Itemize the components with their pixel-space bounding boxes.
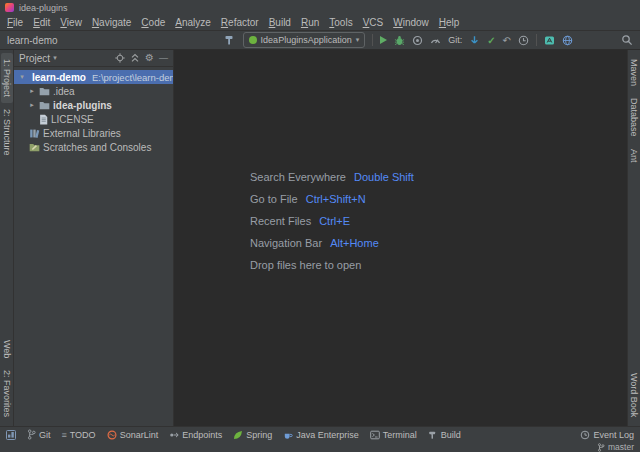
shortcut-label: Navigation Bar xyxy=(250,237,322,249)
run-configuration-select[interactable]: IdeaPluginsApplication ▾ xyxy=(243,32,366,48)
tool-button-build[interactable]: Build xyxy=(428,430,461,440)
title-bar: idea-plugins xyxy=(0,0,640,15)
bottom-tool-stripe: Git ≡ TODO SonarLint Endpoints Spring Ja… xyxy=(0,426,640,442)
toolbar-actions: IdeaPluginsApplication ▾ Git: ✓ ↶ xyxy=(224,32,633,48)
tool-window-switcher-icon[interactable] xyxy=(6,430,16,440)
shortcut-keys: Ctrl+E xyxy=(319,215,350,227)
tool-button-word-book[interactable]: Word Book xyxy=(628,367,640,423)
menu-item-edit[interactable]: Edit xyxy=(28,17,55,28)
endpoints-icon xyxy=(169,430,179,440)
tool-button-web[interactable]: Web xyxy=(1,334,13,364)
tool-button-favorites[interactable]: 2: Favorites xyxy=(1,364,13,423)
menu-item-window[interactable]: Window xyxy=(388,17,434,28)
empty-editor-shortcuts: Search EverywhereDouble Shift Go to File… xyxy=(250,166,414,276)
vcs-revert-button[interactable]: ↶ xyxy=(503,35,511,46)
tool-button-label: TODO xyxy=(70,430,96,440)
tool-button-label: Git xyxy=(39,430,51,440)
menu-item-view[interactable]: View xyxy=(55,17,87,28)
ide-window: idea-plugins File Edit View Navigate Cod… xyxy=(0,0,640,452)
navigation-breadcrumb[interactable]: learn-demo xyxy=(7,35,58,46)
tool-button-spring[interactable]: Spring xyxy=(233,430,272,440)
menu-item-vcs[interactable]: VCS xyxy=(358,17,389,28)
chevron-right-icon[interactable]: ▸ xyxy=(28,87,36,95)
menu-item-navigate[interactable]: Navigate xyxy=(87,17,136,28)
main-area: 1: Project 2: Structure Web 2: Favorites… xyxy=(0,50,640,426)
chevron-down-icon[interactable]: ▾ xyxy=(53,54,57,62)
tool-button-ant[interactable]: Ant xyxy=(628,143,640,169)
menu-item-analyze[interactable]: Analyze xyxy=(170,17,216,28)
folder-icon xyxy=(39,86,50,96)
run-button[interactable] xyxy=(380,36,387,44)
run-with-coverage-button[interactable] xyxy=(412,35,423,46)
project-panel-title[interactable]: Project xyxy=(19,53,50,64)
tool-button-terminal[interactable]: Terminal xyxy=(370,430,417,440)
spring-leaf-icon xyxy=(233,430,243,440)
tool-button-java-enterprise[interactable]: Java Enterprise xyxy=(283,430,359,440)
tree-row-learn-demo[interactable]: ▾ learn-demo E:\project\learn-demo xyxy=(14,70,173,84)
tree-row-idea-plugins[interactable]: ▸ idea-plugins xyxy=(14,98,173,112)
profiler-button[interactable] xyxy=(430,35,441,46)
spring-boot-icon xyxy=(249,36,257,44)
shortcut-keys: Double Shift xyxy=(354,171,414,183)
shortcut-label: Drop files here to open xyxy=(250,259,361,271)
scratches-icon xyxy=(29,142,40,152)
build-hammer-icon[interactable] xyxy=(224,34,236,46)
debug-button[interactable] xyxy=(394,35,405,46)
shortcut-line: Navigation BarAlt+Home xyxy=(250,232,414,254)
search-everywhere-icon[interactable] xyxy=(621,34,633,46)
tool-button-event-log[interactable]: Event Log xyxy=(580,430,634,440)
hammer-icon xyxy=(428,430,438,440)
tool-button-label: Terminal xyxy=(383,430,417,440)
menu-item-run[interactable]: Run xyxy=(296,17,324,28)
shortcut-line: Drop files here to open xyxy=(250,254,414,276)
chevron-right-icon[interactable]: ▸ xyxy=(28,101,36,109)
tool-button-todo[interactable]: ≡ TODO xyxy=(62,430,96,440)
tree-item-label: idea-plugins xyxy=(53,100,112,111)
git-branch-widget[interactable]: master xyxy=(597,442,634,452)
locate-file-icon[interactable] xyxy=(115,53,125,63)
status-bar: master xyxy=(0,442,640,452)
tree-item-label: .idea xyxy=(53,86,75,97)
tree-row-idea[interactable]: ▸ .idea xyxy=(14,84,173,98)
tool-button-structure[interactable]: 2: Structure xyxy=(1,103,13,162)
libraries-icon xyxy=(29,128,40,139)
tool-button-label: Java Enterprise xyxy=(296,430,359,440)
tree-row-external-libraries[interactable]: External Libraries xyxy=(14,126,173,140)
tool-button-database[interactable]: Database xyxy=(628,92,640,143)
tool-button-endpoints[interactable]: Endpoints xyxy=(169,430,222,440)
tree-row-license[interactable]: LICENSE xyxy=(14,112,173,126)
sonarlint-icon xyxy=(107,430,117,440)
vcs-update-button[interactable] xyxy=(469,35,480,46)
editor-area[interactable]: Search EverywhereDouble Shift Go to File… xyxy=(174,50,627,426)
menu-item-code[interactable]: Code xyxy=(136,17,170,28)
event-log-clock-icon xyxy=(580,430,590,440)
menu-item-refactor[interactable]: Refactor xyxy=(216,17,264,28)
folder-icon xyxy=(39,100,50,110)
tool-button-git[interactable]: Git xyxy=(27,429,51,440)
tree-item-label: learn-demo xyxy=(32,72,86,83)
tool-button-label: Endpoints xyxy=(182,430,222,440)
shortcut-label: Recent Files xyxy=(250,215,311,227)
tool-button-label: SonarLint xyxy=(120,430,159,440)
vcs-commit-button[interactable]: ✓ xyxy=(487,35,495,46)
browser-plugin-icon[interactable] xyxy=(562,35,573,46)
tool-button-maven[interactable]: Maven xyxy=(628,53,640,92)
menu-item-help[interactable]: Help xyxy=(434,17,465,28)
tree-item-label: Scratches and Consoles xyxy=(43,142,151,153)
toolbar-separator xyxy=(372,34,373,46)
gear-icon[interactable]: ⚙ xyxy=(145,53,154,63)
hide-panel-icon[interactable]: — xyxy=(159,54,168,63)
chevron-down-icon[interactable]: ▾ xyxy=(18,73,26,81)
shortcut-keys: Ctrl+Shift+N xyxy=(306,193,366,205)
menu-item-build[interactable]: Build xyxy=(264,17,296,28)
vcs-history-button[interactable] xyxy=(518,35,529,46)
tree-item-label: LICENSE xyxy=(51,114,94,125)
tree-row-scratches[interactable]: Scratches and Consoles xyxy=(14,140,173,154)
tool-button-sonarlint[interactable]: SonarLint xyxy=(107,430,159,440)
collapse-all-icon[interactable] xyxy=(130,53,140,63)
menu-item-tools[interactable]: Tools xyxy=(324,17,357,28)
tool-button-label: Spring xyxy=(246,430,272,440)
tool-button-project[interactable]: 1: Project xyxy=(1,53,13,103)
menu-item-file[interactable]: File xyxy=(2,17,28,28)
translation-plugin-icon[interactable] xyxy=(544,35,555,46)
